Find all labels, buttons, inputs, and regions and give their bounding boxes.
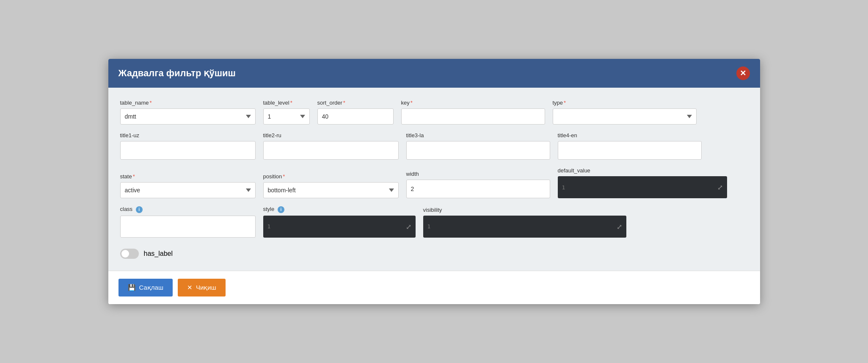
cancel-label: Чиқиш (196, 284, 216, 291)
style-label: style i (263, 206, 416, 213)
title1-uz-input[interactable] (120, 141, 256, 160)
visibility-field[interactable]: 1 ⤢ (423, 216, 626, 238)
style-line-num: 1 (267, 223, 274, 230)
visibility-group: visibility 1 ⤢ (423, 207, 626, 238)
sort-order-label: sort_order* (317, 100, 394, 106)
position-label: position* (263, 173, 399, 180)
width-input[interactable] (406, 180, 550, 198)
visibility-line-num: 1 (427, 223, 434, 230)
style-expand-icon[interactable]: ⤢ (406, 222, 411, 230)
visibility-label: visibility (423, 207, 626, 213)
cancel-icon: ✕ (187, 284, 193, 291)
position-select[interactable]: bottom-left bottom-right top-left top-ri… (263, 182, 399, 198)
title3-la-input[interactable] (406, 141, 550, 160)
class-group: class i (120, 206, 256, 238)
class-info-icon[interactable]: i (136, 206, 143, 213)
table-level-select[interactable]: 1 2 3 (263, 108, 310, 125)
sort-order-group: sort_order* (317, 100, 394, 125)
form-row-5: has_label (120, 245, 748, 259)
default-value-expand-icon[interactable]: ⤢ (717, 183, 723, 191)
state-select[interactable]: active inactive (120, 182, 256, 198)
modal-title: Жадвалга фильтр қўшиш (118, 68, 236, 79)
class-label: class i (120, 206, 256, 213)
class-input[interactable] (120, 216, 256, 238)
width-label: width (406, 171, 550, 177)
form-row-1: table_name* dmtt table_level* 1 2 3 (120, 100, 748, 125)
modal-close-button[interactable]: ✕ (736, 67, 750, 80)
title1-uz-label: title1-uz (120, 132, 256, 139)
title2-ru-input[interactable] (263, 141, 399, 160)
type-select[interactable] (553, 108, 697, 125)
default-value-label: default_value (558, 167, 727, 174)
save-label: Сақлаш (139, 284, 163, 291)
title4-en-input[interactable] (558, 141, 702, 160)
title2-ru-label: title2-ru (263, 132, 399, 139)
modal-container: Жадвалга фильтр қўшиш ✕ table_name* dmtt… (108, 59, 760, 304)
key-label: key* (401, 100, 545, 106)
table-level-group: table_level* 1 2 3 (263, 100, 310, 125)
title3-la-label: title3-la (406, 132, 550, 139)
state-group: state* active inactive (120, 173, 256, 198)
title4-en-label: title4-en (558, 132, 702, 139)
table-level-label: table_level* (263, 100, 310, 106)
title4-en-group: title4-en (558, 132, 702, 160)
type-label: type* (553, 100, 697, 106)
type-group: type* (553, 100, 697, 125)
has-label-toggle[interactable] (120, 249, 139, 259)
default-value-group: default_value 1 ⤢ (558, 167, 727, 198)
cancel-button[interactable]: ✕ Чиқиш (178, 279, 226, 296)
key-group: key* (401, 100, 545, 125)
form-row-3: state* active inactive position* bottom-… (120, 167, 748, 198)
form-section: table_name* dmtt table_level* 1 2 3 (120, 100, 748, 259)
default-value-line-num: 1 (562, 184, 569, 191)
key-input[interactable] (401, 108, 545, 125)
save-icon: 💾 (128, 284, 136, 291)
modal-footer: 💾 Сақлаш ✕ Чиқиш (108, 271, 760, 304)
form-row-2: title1-uz title2-ru title3-la title4-en (120, 132, 748, 160)
sort-order-input[interactable] (317, 108, 394, 125)
position-group: position* bottom-left bottom-right top-l… (263, 173, 399, 198)
form-row-4: class i style i 1 ⤢ visibi (120, 206, 748, 238)
state-label: state* (120, 173, 256, 180)
save-button[interactable]: 💾 Сақлаш (118, 279, 173, 296)
visibility-expand-icon[interactable]: ⤢ (617, 222, 622, 230)
title3-la-group: title3-la (406, 132, 550, 160)
modal-body: table_name* dmtt table_level* 1 2 3 (108, 88, 760, 271)
default-value-field[interactable]: 1 ⤢ (558, 176, 727, 198)
title1-uz-group: title1-uz (120, 132, 256, 160)
title2-ru-group: title2-ru (263, 132, 399, 160)
has-label-container: has_label (120, 249, 173, 259)
style-field[interactable]: 1 ⤢ (263, 216, 416, 238)
style-group: style i 1 ⤢ (263, 206, 416, 238)
table-name-group: table_name* dmtt (120, 100, 256, 125)
toggle-slider (120, 249, 139, 259)
has-label-text: has_label (144, 250, 173, 258)
width-group: width (406, 171, 550, 198)
table-name-label: table_name* (120, 100, 256, 106)
style-info-icon[interactable]: i (278, 206, 284, 213)
table-name-select[interactable]: dmtt (120, 108, 256, 125)
modal-header: Жадвалга фильтр қўшиш ✕ (108, 59, 760, 88)
